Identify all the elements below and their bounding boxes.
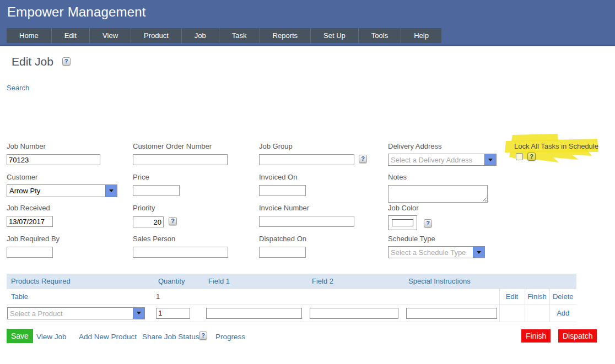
quantity-input[interactable] bbox=[156, 308, 190, 319]
finish-button[interactable]: Finish bbox=[521, 329, 551, 343]
dispatched-on-input[interactable] bbox=[259, 247, 306, 258]
special-instructions-input[interactable] bbox=[406, 308, 497, 319]
progress-link[interactable]: Progress bbox=[215, 333, 245, 341]
customer-label: Customer bbox=[7, 173, 37, 181]
col-field1: Field 1 bbox=[204, 274, 308, 289]
delete-product-link[interactable]: Delete bbox=[553, 292, 574, 301]
sales-person-input[interactable] bbox=[133, 247, 228, 258]
delivery-address-select[interactable]: Select a Delivery Address bbox=[388, 154, 497, 166]
job-required-by-label: Job Required By bbox=[7, 235, 60, 243]
job-required-by-input[interactable] bbox=[7, 247, 53, 258]
job-group-label: Job Group bbox=[259, 142, 293, 150]
product-entry-row: Select a Product Add bbox=[7, 305, 576, 322]
job-color-label: Job Color bbox=[388, 204, 419, 212]
dispatch-button[interactable]: Dispatch bbox=[558, 329, 597, 343]
col-edit bbox=[499, 274, 525, 289]
product-select[interactable]: Select a Product bbox=[7, 307, 145, 319]
schedule-type-placeholder: Select a Schedule Type bbox=[389, 247, 473, 258]
app-header: Empower Management Home Edit View Produc… bbox=[0, 0, 615, 46]
dropdown-arrow-icon[interactable] bbox=[133, 308, 144, 319]
product-field1-cell bbox=[204, 289, 308, 305]
field2-input[interactable] bbox=[310, 308, 398, 319]
invoiced-on-label: Invoiced On bbox=[259, 173, 297, 181]
edit-product-link[interactable]: Edit bbox=[506, 292, 518, 301]
invoiced-on-input[interactable] bbox=[259, 185, 306, 196]
lock-all-tasks-help-icon[interactable]: ? bbox=[527, 153, 536, 161]
job-received-input[interactable] bbox=[7, 216, 53, 227]
help-icon[interactable]: ? bbox=[62, 57, 71, 66]
job-color-swatch bbox=[392, 219, 413, 226]
customer-select[interactable]: Arrow Pty bbox=[7, 184, 117, 197]
dropdown-arrow-icon[interactable] bbox=[105, 185, 117, 197]
col-finish bbox=[525, 274, 549, 289]
price-label: Price bbox=[133, 173, 149, 181]
lock-all-tasks-label: Lock All Tasks in Schedule bbox=[514, 142, 598, 150]
delivery-address-label: Delivery Address bbox=[388, 142, 442, 150]
invoice-number-input[interactable] bbox=[259, 216, 354, 227]
schedule-type-label: Schedule Type bbox=[388, 235, 435, 243]
menu-item-edit[interactable]: Edit bbox=[52, 28, 90, 43]
job-group-help-icon[interactable]: ? bbox=[359, 155, 367, 163]
sales-person-label: Sales Person bbox=[133, 235, 175, 243]
customer-value: Arrow Pty bbox=[7, 185, 105, 197]
search-link[interactable]: Search bbox=[7, 84, 29, 92]
menu-item-home[interactable]: Home bbox=[7, 28, 52, 43]
job-received-label: Job Received bbox=[7, 204, 50, 212]
priority-input[interactable] bbox=[133, 216, 164, 227]
menu-item-help[interactable]: Help bbox=[401, 28, 441, 43]
job-color-picker[interactable] bbox=[388, 215, 417, 230]
notes-label: Notes bbox=[388, 173, 407, 181]
priority-help-icon[interactable]: ? bbox=[169, 217, 177, 225]
add-new-product-link[interactable]: Add New Product bbox=[79, 333, 137, 341]
customer-order-number-input[interactable] bbox=[133, 154, 228, 165]
view-job-link[interactable]: View Job bbox=[36, 333, 67, 341]
menu-item-setup[interactable]: Set Up bbox=[311, 28, 359, 43]
share-job-status-link[interactable]: Share Job Status bbox=[142, 333, 199, 341]
notes-textarea[interactable] bbox=[388, 185, 488, 203]
page-title: Edit Job ? bbox=[12, 55, 71, 68]
products-table: Products Required Quantity Field 1 Field… bbox=[7, 274, 576, 322]
product-field2-cell bbox=[308, 289, 404, 305]
page-title-text: Edit Job bbox=[12, 55, 53, 68]
job-group-input[interactable] bbox=[259, 154, 354, 165]
app-title: Empower Management bbox=[7, 4, 146, 20]
job-color-help-icon[interactable]: ? bbox=[424, 219, 432, 227]
col-products-required: Products Required bbox=[7, 274, 154, 289]
lock-all-tasks-checkbox[interactable] bbox=[516, 153, 523, 160]
col-field2: Field 2 bbox=[308, 274, 404, 289]
col-special-instructions: Special Instructions bbox=[404, 274, 499, 289]
finish-product-link[interactable]: Finish bbox=[527, 292, 547, 301]
product-quantity-cell: 1 bbox=[154, 289, 204, 305]
delivery-address-placeholder: Select a Delivery Address bbox=[389, 154, 484, 165]
products-table-header: Products Required Quantity Field 1 Field… bbox=[7, 274, 576, 289]
job-number-label: Job Number bbox=[7, 142, 46, 150]
menu-item-task[interactable]: Task bbox=[219, 28, 260, 43]
priority-label: Priority bbox=[133, 204, 155, 212]
add-product-link[interactable]: Add bbox=[557, 309, 569, 317]
dropdown-arrow-icon[interactable] bbox=[484, 154, 496, 165]
table-row: Table 1 Edit Finish Delete bbox=[7, 289, 576, 305]
field1-input[interactable] bbox=[206, 308, 302, 319]
menu-item-job[interactable]: Job bbox=[182, 28, 219, 43]
price-input[interactable] bbox=[133, 185, 180, 196]
schedule-type-select[interactable]: Select a Schedule Type bbox=[388, 246, 485, 258]
job-number-input[interactable] bbox=[7, 154, 100, 165]
save-button[interactable]: Save bbox=[7, 329, 33, 343]
main-menu: Home Edit View Product Job Task Reports … bbox=[7, 28, 441, 43]
col-quantity: Quantity bbox=[154, 274, 204, 289]
share-job-status-help-icon[interactable]: ? bbox=[199, 332, 207, 340]
col-delete bbox=[549, 274, 576, 289]
product-special-instructions-cell bbox=[404, 289, 499, 305]
menu-item-view[interactable]: View bbox=[90, 28, 131, 43]
invoice-number-label: Invoice Number bbox=[259, 204, 309, 212]
product-name-link[interactable]: Table bbox=[11, 292, 28, 301]
dispatched-on-label: Dispatched On bbox=[259, 235, 306, 243]
product-select-placeholder: Select a Product bbox=[8, 308, 133, 319]
dropdown-arrow-icon[interactable] bbox=[473, 247, 484, 258]
menu-item-tools[interactable]: Tools bbox=[359, 28, 401, 43]
menu-item-reports[interactable]: Reports bbox=[260, 28, 311, 43]
menu-item-product[interactable]: Product bbox=[131, 28, 182, 43]
customer-order-number-label: Customer Order Number bbox=[133, 142, 212, 150]
